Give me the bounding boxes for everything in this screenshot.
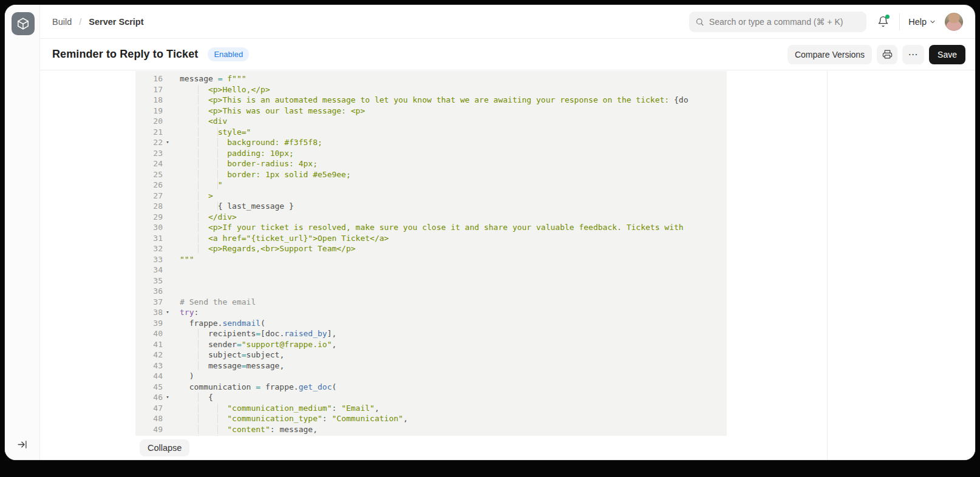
notifications-button[interactable]: [875, 14, 891, 30]
line-number[interactable]: 43: [135, 360, 163, 371]
line-number[interactable]: 21: [135, 127, 163, 138]
fold-toggle-icon[interactable]: ▾: [163, 137, 172, 148]
expand-sidebar-button[interactable]: [15, 437, 29, 452]
line-number[interactable]: 24: [135, 158, 163, 169]
fold-toggle-icon[interactable]: ▾: [163, 392, 172, 403]
fold-toggle-icon[interactable]: ▾: [163, 307, 172, 318]
code-line: 29 </div>: [135, 212, 727, 223]
code-text: "communication_type": "Communication",: [172, 413, 408, 424]
line-number[interactable]: 44: [135, 371, 163, 382]
code-text: <p>If your ticket is resolved, make sure…: [172, 222, 684, 233]
fold-slot: [163, 328, 172, 339]
line-number[interactable]: 17: [135, 84, 163, 95]
help-menu[interactable]: Help: [908, 17, 936, 27]
more-actions-button[interactable]: ⋯: [902, 45, 924, 64]
fold-slot: [163, 286, 172, 297]
fold-slot: [163, 191, 172, 201]
code-text: border-radius: 4px;: [172, 158, 318, 169]
line-number[interactable]: 30: [135, 222, 163, 233]
code-text: sender="support@frappe.io",: [172, 339, 336, 350]
line-number[interactable]: 49: [135, 424, 163, 435]
line-number[interactable]: 42: [135, 350, 163, 360]
line-number[interactable]: 28: [135, 201, 163, 212]
page-title: Reminder to Reply to Ticket: [52, 48, 198, 61]
fold-slot: [163, 116, 172, 127]
fold-slot: [163, 382, 172, 393]
save-button[interactable]: Save: [929, 45, 965, 64]
breadcrumb-build[interactable]: Build: [52, 17, 72, 27]
line-number[interactable]: 47: [135, 403, 163, 414]
code-line: 42 subject=subject,: [135, 350, 727, 360]
fold-slot: [163, 413, 172, 424]
code-text: [172, 276, 180, 286]
print-button[interactable]: [877, 45, 897, 64]
code-text: [172, 286, 180, 297]
line-number[interactable]: 32: [135, 243, 163, 254]
code-line: 18 <p>This is an automated message to le…: [135, 95, 727, 106]
code-text: message=message,: [172, 360, 284, 371]
user-avatar[interactable]: [945, 13, 963, 31]
code-text: message = f""": [172, 73, 247, 84]
line-number[interactable]: 27: [135, 191, 163, 201]
line-number[interactable]: 16: [135, 73, 163, 84]
top-bar: Build / Server Script: [40, 5, 975, 39]
fold-slot: [163, 95, 172, 106]
notification-dot: [885, 15, 890, 19]
left-rail: [5, 5, 40, 460]
fold-slot: [163, 254, 172, 265]
printer-icon: [882, 49, 893, 59]
code-text: background: #f3f5f8;: [172, 137, 322, 148]
line-number[interactable]: 18: [135, 95, 163, 106]
compare-versions-button[interactable]: Compare Versions: [788, 45, 872, 64]
code-text: """: [172, 254, 194, 265]
line-number[interactable]: 26: [135, 180, 163, 191]
line-number[interactable]: 31: [135, 233, 163, 244]
code-line: 30 <p>If your ticket is resolved, make s…: [135, 222, 727, 233]
fold-slot: [163, 339, 172, 350]
line-number[interactable]: 39: [135, 318, 163, 329]
line-number[interactable]: 19: [135, 106, 163, 117]
line-number[interactable]: 48: [135, 413, 163, 424]
app-logo[interactable]: [12, 12, 35, 35]
chevron-down-icon: [929, 18, 936, 25]
line-number[interactable]: 38: [135, 307, 163, 318]
line-number[interactable]: 29: [135, 212, 163, 223]
help-label: Help: [908, 17, 927, 27]
search-input[interactable]: [709, 17, 860, 27]
line-number[interactable]: 45: [135, 382, 163, 393]
code-text: ): [172, 371, 194, 382]
line-number[interactable]: 36: [135, 286, 163, 297]
collapse-button[interactable]: Collapse: [140, 439, 189, 456]
line-number[interactable]: 41: [135, 339, 163, 350]
line-number[interactable]: 33: [135, 254, 163, 265]
code-text: recipients=[doc.raised_by],: [172, 328, 336, 339]
fold-slot: [163, 350, 172, 360]
line-number[interactable]: 40: [135, 328, 163, 339]
main-column: Build / Server Script: [40, 5, 975, 460]
command-search[interactable]: [689, 12, 866, 32]
code-text: <p>Hello,</p>: [172, 84, 270, 95]
code-text: padding: 10px;: [172, 148, 294, 159]
code-line: 41 sender="support@frappe.io",: [135, 339, 727, 350]
titlebar-actions: Compare Versions ⋯ Save: [788, 45, 965, 64]
fold-slot: [163, 212, 172, 223]
line-number[interactable]: 50: [135, 435, 163, 436]
code-line: 32 <p>Regards,<br>Support Team</p>: [135, 243, 727, 254]
line-number[interactable]: 46: [135, 392, 163, 403]
code-line: 34: [135, 265, 727, 276]
code-editor[interactable]: 16message = f"""17 <p>Hello,</p>18 <p>Th…: [135, 71, 727, 436]
line-number[interactable]: 34: [135, 265, 163, 276]
line-number[interactable]: 25: [135, 169, 163, 180]
fold-slot: [163, 127, 172, 138]
line-number[interactable]: 23: [135, 148, 163, 159]
line-number[interactable]: 20: [135, 116, 163, 127]
breadcrumb-server-script[interactable]: Server Script: [89, 17, 143, 27]
line-number[interactable]: 35: [135, 276, 163, 286]
package-cube-icon: [16, 17, 30, 30]
line-number[interactable]: 22: [135, 137, 163, 148]
code-line: 31 <a href="{ticket_url}">Open Ticket</a…: [135, 233, 727, 244]
topbar-right-cluster: Help: [689, 12, 963, 32]
code-line: 43 message=message,: [135, 360, 727, 371]
line-number[interactable]: 37: [135, 297, 163, 308]
fold-slot: [163, 318, 172, 329]
